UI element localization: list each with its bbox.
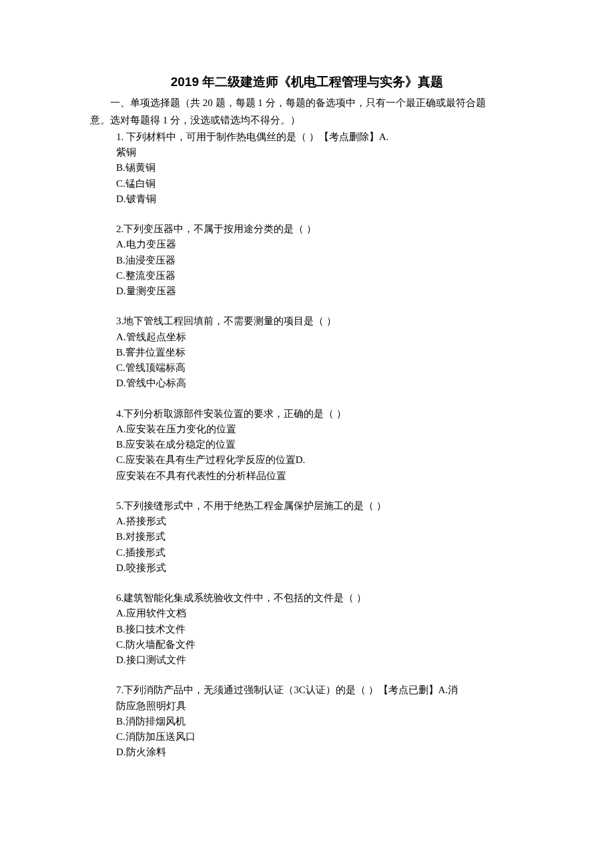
q7-option: C.消防加压送风口 (116, 729, 524, 745)
q4-option: C.应安装在具有生产过程化学反应的位置D. (116, 452, 524, 468)
question-4: 4.下列分析取源部件安装位置的要求，正确的是（ ） A.应安装在压力变化的位置 … (90, 406, 524, 484)
q7-option: 防应急照明灯具 (116, 699, 524, 714)
question-6: 6.建筑智能化集成系统验收文件中，不包括的文件是（ ） A.应用软件文档 B.接… (90, 590, 524, 668)
question-5: 5.下列接缝形式中，不用于绝热工程金属保护层施工的是（ ） A.搭接形式 B.对… (90, 498, 524, 576)
q1-option: D.铍青铜 (116, 191, 524, 207)
q3-option: A.管线起点坐标 (116, 330, 524, 345)
q3-option: B.窨井位置坐标 (116, 345, 524, 360)
q4-line: 4.下列分析取源部件安装位置的要求，正确的是（ ） (116, 406, 524, 422)
q3-line: 3.地下管线工程回填前，不需要测量的项目是（ ） (116, 314, 524, 329)
q6-option: B.接口技术文件 (116, 622, 524, 637)
q1-line: 1. 下列材料中，可用于制作热电偶丝的是（ ）【考点删除】A. (116, 129, 524, 145)
q6-line: 6.建筑智能化集成系统验收文件中，不包括的文件是（ ） (116, 590, 524, 606)
q7-line: 7.下列消防产品中，无须通过强制认证（3C认证）的是（ ）【考点已删】A.消 (116, 683, 524, 698)
page-title: 2019 年二级建造师《机电工程管理与实务》真题 (90, 72, 524, 91)
question-1: 1. 下列材料中，可用于制作热电偶丝的是（ ）【考点删除】A. 紫铜 B.锡黄铜… (90, 129, 524, 207)
q2-line: 2.下列变压器中，不属于按用途分类的是（ ） (116, 222, 524, 237)
q4-option: B.应安装在成分稳定的位置 (116, 437, 524, 452)
section-instructions-line2: 意。选对每题得 1 分，没选或错选均不得分。） (90, 113, 524, 128)
q5-option: B.对接形式 (116, 529, 524, 544)
q6-option: C.防火墙配备文件 (116, 637, 524, 653)
q5-option: A.搭接形式 (116, 514, 524, 529)
section-instructions-line1: 一、单项选择题（共 20 题，每题 1 分，每题的备选项中，只有一个最正确或最符… (90, 95, 524, 111)
q4-option: 应安装在不具有代表性的分析样品位置 (116, 468, 524, 484)
question-7: 7.下列消防产品中，无须通过强制认证（3C认证）的是（ ）【考点已删】A.消 防… (90, 683, 524, 760)
q7-option: B.消防排烟风机 (116, 714, 524, 729)
q7-option: D.防火涂料 (116, 745, 524, 760)
q4-option: A.应安装在压力变化的位置 (116, 422, 524, 437)
q3-option: D.管线中心标高 (116, 376, 524, 391)
q2-option: B.油浸变压器 (116, 253, 524, 268)
q1-option: B.锡黄铜 (116, 160, 524, 175)
q1-option: 紫铜 (116, 145, 524, 160)
question-3: 3.地下管线工程回填前，不需要测量的项目是（ ） A.管线起点坐标 B.窨井位置… (90, 314, 524, 391)
q5-option: D.咬接形式 (116, 560, 524, 576)
q2-option: C.整流变压器 (116, 268, 524, 284)
q1-option: C.锰白铜 (116, 176, 524, 191)
question-2: 2.下列变压器中，不属于按用途分类的是（ ） A.电力变压器 B.油浸变压器 C… (90, 222, 524, 299)
q2-option: A.电力变压器 (116, 237, 524, 252)
q3-option: C.管线顶端标高 (116, 360, 524, 376)
q2-option: D.量测变压器 (116, 284, 524, 299)
q6-option: A.应用软件文档 (116, 606, 524, 621)
q5-line: 5.下列接缝形式中，不用于绝热工程金属保护层施工的是（ ） (116, 498, 524, 514)
q6-option: D.接口测试文件 (116, 653, 524, 668)
q5-option: C.插接形式 (116, 545, 524, 560)
